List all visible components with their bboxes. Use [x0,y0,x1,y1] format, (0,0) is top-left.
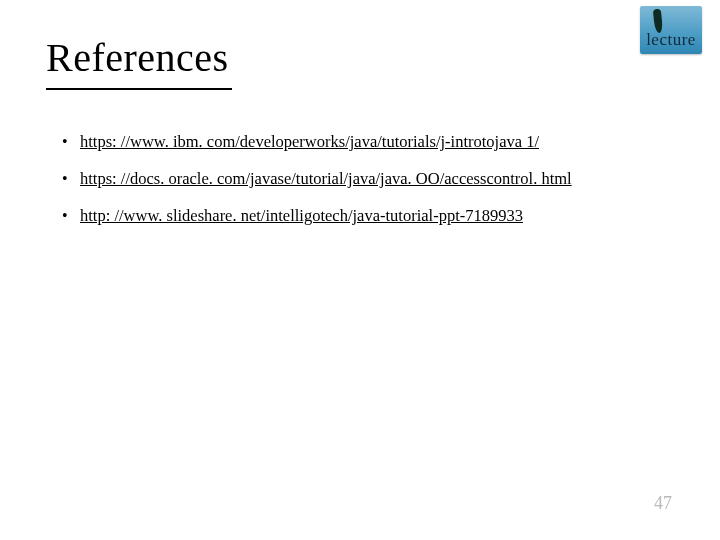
slide: lecture References • https: //www. ibm. … [0,0,720,540]
bullet-icon: • [62,131,80,153]
logo-text: lecture [640,30,702,50]
list-item: • https: //docs. oracle. com/javase/tuto… [62,167,662,190]
lecture-logo: lecture [640,6,702,54]
bullet-icon: • [62,205,80,227]
list-item: • http: //www. slideshare. net/intelligo… [62,204,662,227]
reference-link[interactable]: https: //www. ibm. com/developerworks/ja… [80,130,539,153]
bullet-icon: • [62,168,80,190]
page-number: 47 [654,493,672,514]
title-underline [46,88,232,90]
slide-title: References [46,34,229,81]
reference-link[interactable]: http: //www. slideshare. net/intelligote… [80,204,523,227]
list-item: • https: //www. ibm. com/developerworks/… [62,130,662,153]
references-list: • https: //www. ibm. com/developerworks/… [62,130,662,241]
reference-link[interactable]: https: //docs. oracle. com/javase/tutori… [80,167,572,190]
